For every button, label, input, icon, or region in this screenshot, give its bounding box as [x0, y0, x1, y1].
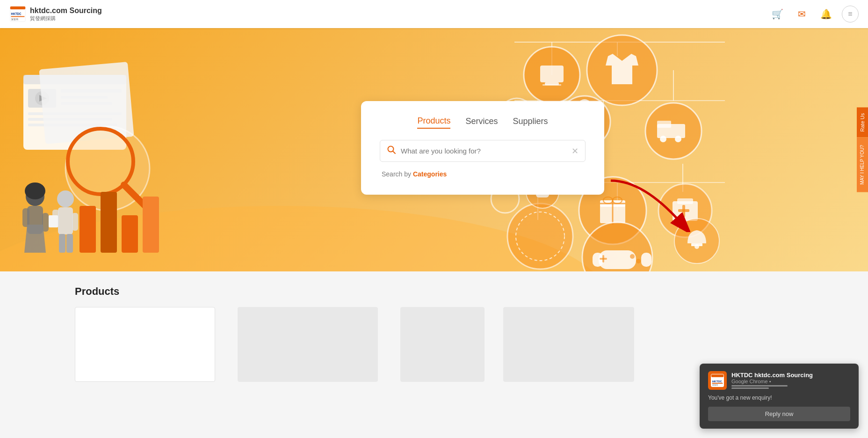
product-card-loading-3	[503, 307, 634, 382]
svg-rect-29	[42, 213, 49, 232]
logo-main-text: hktdc.com Sourcing	[30, 7, 102, 15]
product-card-loading-2	[400, 307, 485, 382]
search-card: Products Services Suppliers ✕ Search by …	[361, 101, 604, 195]
svg-rect-38	[49, 215, 58, 227]
svg-marker-55	[606, 54, 638, 84]
notif-url-bar-2	[731, 387, 769, 389]
search-tabs: Products Services Suppliers	[380, 116, 586, 129]
svg-point-68	[675, 136, 681, 142]
svg-rect-10	[61, 89, 122, 93]
notif-icon: HKTDC 貿發局	[708, 371, 727, 390]
svg-point-26	[26, 187, 44, 206]
svg-text:貿發局: 貿發局	[11, 18, 18, 21]
svg-rect-34	[52, 210, 59, 227]
svg-rect-7	[23, 75, 126, 150]
menu-icon: ≡	[848, 10, 852, 18]
svg-rect-4	[11, 16, 25, 17]
svg-rect-11	[61, 96, 108, 99]
product-gap-2	[385, 307, 393, 382]
hktdc-logo-icon: HKTDC 貿發局	[9, 6, 26, 22]
header-icons: 🛒 ✉ 🔔 ≡	[769, 6, 859, 22]
svg-rect-28	[22, 208, 29, 227]
product-card-loading-1	[238, 307, 378, 382]
svg-rect-15	[28, 124, 117, 126]
svg-rect-93	[600, 258, 607, 260]
tab-services[interactable]: Services	[465, 116, 498, 129]
clear-icon[interactable]: ✕	[571, 146, 579, 156]
svg-point-6	[0, 206, 608, 271]
svg-point-20	[68, 129, 133, 194]
search-input[interactable]	[401, 147, 567, 155]
svg-point-64	[645, 103, 702, 159]
svg-rect-36	[59, 234, 65, 253]
svg-rect-25	[143, 197, 159, 253]
logo-text: hktdc.com Sourcing 貿發網採購	[30, 7, 102, 22]
cart-button[interactable]: 🛒	[769, 6, 786, 22]
svg-rect-51	[540, 66, 564, 82]
search-input-row: ✕	[380, 140, 586, 162]
header: HKTDC 貿發局 hktdc.com Sourcing 貿發網採購 🛒 ✉ 🔔…	[0, 0, 868, 28]
notif-header: HKTDC 貿發局 HKTDC hktdc.com Sourcing Googl…	[708, 371, 850, 390]
svg-point-90	[630, 254, 635, 259]
products-title: Products	[75, 285, 793, 298]
svg-rect-9	[28, 89, 56, 108]
logo-area: HKTDC 貿發局 hktdc.com Sourcing 貿發網採購	[9, 6, 102, 22]
svg-point-54	[587, 35, 657, 105]
notif-url-bar-1	[731, 385, 788, 387]
svg-rect-14	[28, 118, 112, 121]
svg-rect-66	[657, 121, 671, 128]
bell-icon: 🔔	[820, 8, 832, 20]
product-gap-3	[492, 307, 496, 382]
svg-rect-88	[593, 253, 603, 267]
svg-point-32	[57, 190, 74, 207]
categories-prefix-text: Search by	[382, 170, 413, 178]
red-arrow	[606, 176, 690, 234]
menu-button[interactable]: ≡	[842, 6, 859, 22]
svg-marker-31	[24, 225, 46, 253]
svg-point-70	[507, 204, 573, 269]
svg-rect-37	[66, 234, 73, 253]
tab-products[interactable]: Products	[417, 116, 450, 129]
logo-sub-text: 貿發網採購	[30, 15, 102, 22]
notification-popup: HKTDC 貿發局 HKTDC hktdc.com Sourcing Googl…	[700, 364, 859, 396]
svg-point-71	[516, 212, 564, 261]
notif-title: HKTDC hktdc.com Sourcing	[731, 372, 813, 379]
notif-body: You've got a new enquiry!	[708, 394, 850, 396]
svg-marker-17	[39, 95, 47, 102]
svg-rect-65	[657, 124, 685, 138]
svg-point-19	[65, 126, 150, 211]
bell-button[interactable]: 🔔	[817, 6, 834, 22]
svg-rect-53	[542, 84, 561, 86]
mail-button[interactable]: ✉	[793, 6, 810, 22]
svg-rect-8	[23, 75, 126, 84]
svg-rect-22	[80, 206, 96, 253]
svg-rect-27	[27, 206, 43, 234]
svg-point-50	[524, 47, 580, 103]
product-card	[75, 307, 215, 382]
svg-rect-89	[641, 253, 651, 267]
svg-point-16	[35, 91, 49, 105]
svg-line-21	[124, 185, 145, 206]
svg-rect-13	[28, 112, 122, 115]
svg-point-67	[660, 136, 666, 142]
svg-rect-23	[101, 192, 117, 253]
svg-rect-24	[122, 215, 138, 253]
help-button[interactable]: MAY I HELP YOU?	[857, 137, 868, 192]
product-gap	[223, 307, 230, 382]
search-icon	[387, 145, 396, 157]
svg-text:HKTDC: HKTDC	[11, 12, 22, 15]
notif-subtitle: Google Chrome •	[731, 379, 813, 389]
svg-rect-52	[545, 82, 559, 85]
categories-link[interactable]: Categories	[413, 170, 447, 178]
svg-text:HKTDC: HKTDC	[712, 380, 723, 383]
svg-rect-35	[72, 213, 78, 231]
svg-rect-103	[711, 374, 723, 377]
tab-suppliers[interactable]: Suppliers	[513, 116, 548, 129]
svg-rect-95	[691, 243, 702, 246]
notif-content: HKTDC hktdc.com Sourcing Google Chrome •	[731, 372, 813, 390]
mail-icon: ✉	[798, 8, 806, 20]
svg-point-30	[25, 182, 45, 199]
rate-us-button[interactable]: Rate Us	[857, 108, 868, 138]
svg-rect-87	[599, 250, 636, 269]
svg-rect-92	[602, 255, 604, 263]
